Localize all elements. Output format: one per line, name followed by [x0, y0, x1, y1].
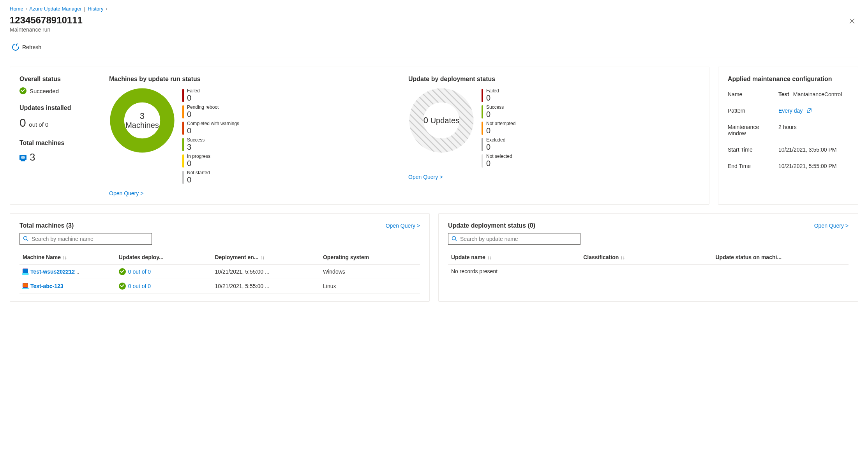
legend-label: Success	[486, 104, 504, 110]
sort-icon: ↑↓	[620, 255, 625, 260]
updates-col-status[interactable]: Update status on machi...	[712, 250, 849, 265]
updates-donut: 0 Updates	[408, 87, 475, 154]
updates-installed-num: 0	[19, 116, 26, 129]
legend-label: Completed with warnings	[187, 121, 239, 126]
machines-search-input[interactable]	[32, 236, 148, 242]
chevron-right-icon: ›	[26, 6, 27, 11]
svg-point-6	[452, 236, 456, 240]
legend-value: 0	[486, 126, 515, 135]
config-end-label: End Time	[728, 163, 778, 169]
updates-deployed-cell: 0 out of 0	[119, 283, 209, 290]
updates-donut-num: 0	[423, 115, 428, 125]
breadcrumb-history[interactable]: History	[88, 6, 103, 12]
machines-table-title: Total machines (3)	[19, 222, 74, 229]
machines-col-os[interactable]: Operating system	[320, 250, 420, 265]
updates-col-name[interactable]: Update name↑↓	[448, 250, 580, 265]
breadcrumb: Home › Azure Update Manager | History ›	[10, 4, 858, 13]
machines-table-open-query[interactable]: Open Query >	[386, 223, 420, 229]
breadcrumb-pipe: |	[84, 6, 85, 12]
overall-status-value: Succeeded	[30, 88, 59, 94]
config-window-value: 2 hours	[778, 124, 849, 136]
legend-value: 0	[187, 159, 210, 168]
updates-table: Update name↑↓ Classification↑↓ Update st…	[448, 250, 849, 278]
machines-donut: 3 Machines	[109, 87, 175, 154]
updates-col-class[interactable]: Classification↑↓	[580, 250, 712, 265]
legend-label: Pending reboot	[187, 104, 219, 110]
machines-donut-text: Machines	[125, 121, 159, 130]
legend-item: Success0	[482, 104, 515, 119]
updates-search-input[interactable]	[460, 236, 577, 242]
legend-item: Failed0	[182, 88, 239, 103]
legend-color-bar	[182, 138, 184, 151]
page-subtitle: Maintenance run	[10, 27, 83, 33]
overview-card: Overall status Succeeded Updates install…	[10, 67, 709, 205]
updates-legend: Failed0Success0Not attempted0Excluded0No…	[482, 87, 515, 168]
sort-icon: ↑↓	[62, 255, 67, 260]
legend-color-bar	[182, 171, 184, 184]
machine-icon	[23, 283, 28, 289]
legend-value: 0	[187, 110, 219, 118]
legend-item: In progress0	[182, 154, 239, 168]
legend-color-bar	[182, 105, 184, 118]
machine-name-link[interactable]: Test-wsus202212	[30, 269, 75, 275]
machines-open-query[interactable]: Open Query >	[109, 190, 400, 196]
success-icon	[19, 87, 26, 94]
updates-deployed-link[interactable]: 0 out of 0	[128, 283, 151, 289]
monitor-icon	[19, 155, 26, 160]
close-icon	[849, 18, 855, 24]
search-icon	[23, 236, 28, 242]
updates-search[interactable]	[448, 233, 580, 245]
legend-label: Not started	[187, 170, 210, 175]
legend-item: Completed with warnings0	[182, 121, 239, 136]
machines-donut-num: 3	[125, 111, 159, 121]
legend-label: Success	[187, 137, 205, 143]
refresh-label: Refresh	[22, 44, 41, 50]
updates-deployed-cell: 0 out of 0	[119, 268, 209, 275]
total-machines-num: 3	[30, 151, 35, 163]
os-cell: Linux	[320, 279, 420, 293]
svg-line-5	[27, 239, 28, 241]
legend-label: Not attempted	[486, 121, 515, 126]
breadcrumb-home[interactable]: Home	[10, 6, 23, 12]
machines-table: Machine Name↑↓ Updates deploy... Deploym…	[19, 250, 420, 293]
refresh-button[interactable]: Refresh	[10, 42, 44, 52]
legend-label: In progress	[187, 154, 210, 159]
updates-table-card: Update deployment status (0) Open Query …	[438, 213, 858, 302]
close-button[interactable]	[846, 15, 858, 27]
breadcrumb-manager[interactable]: Azure Update Manager	[29, 6, 81, 12]
machines-col-name[interactable]: Machine Name↑↓	[19, 250, 116, 265]
updates-open-query[interactable]: Open Query >	[408, 174, 700, 180]
legend-item: Not selected0	[482, 154, 515, 168]
legend-value: 0	[187, 94, 200, 102]
legend-item: Not started0	[182, 170, 239, 185]
success-icon	[119, 268, 126, 275]
legend-color-bar	[182, 154, 184, 168]
legend-color-bar	[482, 122, 483, 135]
os-cell: Windows	[320, 265, 420, 279]
svg-line-7	[455, 239, 457, 241]
updates-deployed-link[interactable]: 0 out of 0	[128, 269, 151, 275]
updates-table-open-query[interactable]: Open Query >	[814, 223, 849, 229]
external-link-icon	[806, 108, 812, 114]
legend-label: Failed	[486, 88, 499, 94]
page-title: 12345678910111	[10, 15, 83, 26]
updates-chart-title: Update by deployment status	[408, 76, 700, 83]
machines-col-deployed[interactable]: Updates deploy...	[116, 250, 212, 265]
config-end-value: 10/21/2021, 5:55:00 PM	[778, 163, 849, 169]
machine-name-link[interactable]: Test-abc-123	[30, 283, 64, 289]
deployment-end-cell: 10/21/2021, 5:55:00 ...	[212, 279, 320, 293]
updates-table-title: Update deployment status (0)	[448, 222, 535, 229]
table-row[interactable]: Test-wsus202212 ..0 out of 010/21/2021, …	[19, 265, 420, 279]
machine-icon	[23, 269, 28, 275]
svg-point-4	[24, 236, 27, 240]
config-pattern-link[interactable]: Every day	[778, 108, 803, 114]
machines-search[interactable]	[19, 233, 152, 245]
legend-color-bar	[482, 89, 483, 102]
chevron-right-icon: ›	[106, 6, 108, 11]
total-machines-title: Total machines	[19, 140, 101, 147]
updates-installed-sub: out of 0	[29, 121, 48, 128]
legend-color-bar	[482, 154, 483, 168]
legend-color-bar	[482, 105, 483, 118]
machines-col-end[interactable]: Deployment en...↑↓	[212, 250, 320, 265]
table-row[interactable]: Test-abc-1230 out of 010/21/2021, 5:55:0…	[19, 279, 420, 293]
